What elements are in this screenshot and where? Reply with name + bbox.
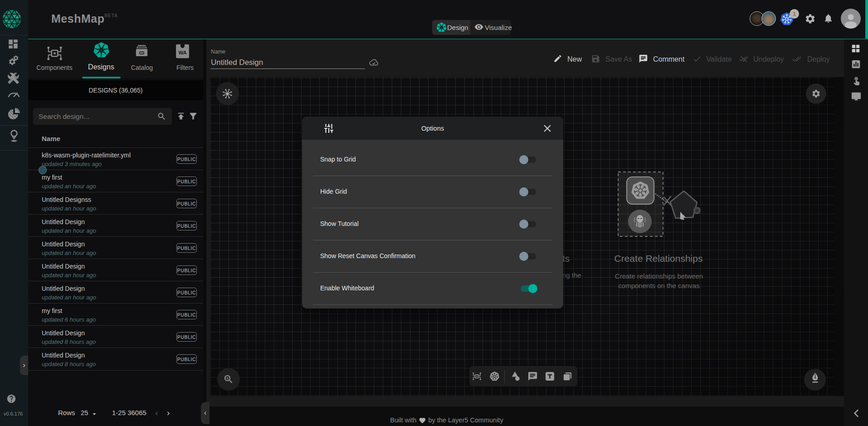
svg-text:WA: WA	[178, 50, 186, 55]
